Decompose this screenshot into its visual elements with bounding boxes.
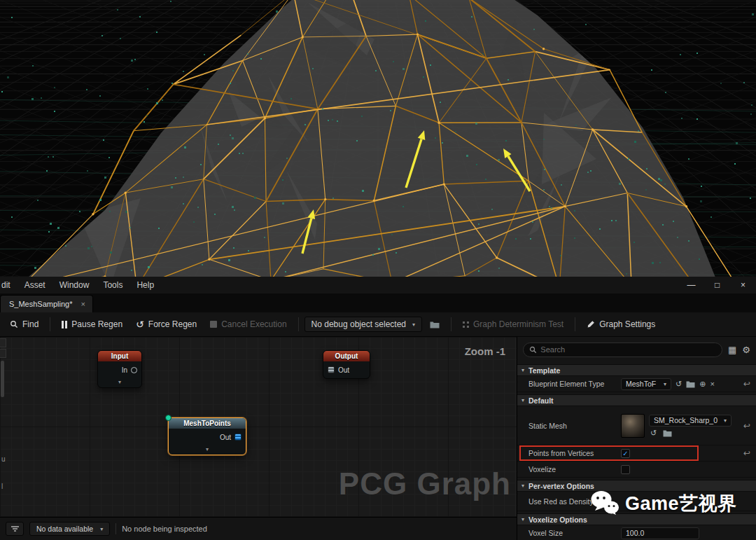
- filter-icon: [10, 525, 20, 532]
- section-per-vertex-label: Per-vertex Options: [528, 482, 594, 490]
- node-collapse-chevron-icon[interactable]: ▾: [169, 445, 246, 455]
- collapsed-panel-tab[interactable]: [0, 349, 6, 358]
- static-mesh-thumbnail[interactable]: [621, 414, 645, 438]
- menu-item-tools[interactable]: Tools: [96, 280, 130, 290]
- grid-view-icon[interactable]: ▦: [728, 345, 736, 355]
- pcg-graph-watermark: PCG Graph: [339, 466, 511, 501]
- search-box[interactable]: [523, 342, 722, 357]
- tab-close-icon[interactable]: ×: [81, 300, 85, 308]
- prop-blueprint-element-type: Blueprint Element Type MeshToF ▾ ↺ ⊕ × ↩: [517, 376, 756, 392]
- node-input-pin-label: In: [122, 366, 127, 374]
- browse-debug-object-button[interactable]: [424, 318, 445, 331]
- reset-to-default-icon[interactable]: ↩: [738, 421, 756, 431]
- minimize-button[interactable]: —: [678, 280, 704, 290]
- menu-item-window[interactable]: Window: [52, 280, 97, 290]
- voxel-size-value: 100.0: [626, 529, 644, 537]
- window-controls: — □ ×: [678, 280, 756, 290]
- collapsed-panel-tab[interactable]: [0, 338, 6, 347]
- section-default[interactable]: ▾ Default: [517, 394, 756, 406]
- blueprint-element-type-dropdown[interactable]: MeshToF ▾: [621, 378, 671, 390]
- stop-icon: [210, 321, 217, 328]
- cancel-execution-button[interactable]: Cancel Execution: [204, 317, 292, 332]
- menu-item-asset[interactable]: Asset: [18, 280, 52, 290]
- pause-regen-button[interactable]: Pause Regen: [56, 317, 128, 332]
- prop-voxelize: Voxelize: [517, 462, 756, 478]
- prop-label: Static Mesh: [528, 422, 621, 430]
- toolbar-separator: [298, 317, 299, 331]
- wechat-icon: [590, 490, 620, 516]
- section-arrow-icon: ▾: [522, 516, 524, 522]
- brand-watermark: Game艺视界: [590, 490, 737, 516]
- force-regen-button[interactable]: ↺ Force Regen: [130, 317, 202, 332]
- chevron-down-icon: ▾: [100, 526, 103, 532]
- details-search-row: ▦ ⚙: [517, 337, 756, 362]
- prop-label: Voxel Size: [528, 529, 621, 537]
- add-icon[interactable]: ⊕: [699, 380, 706, 388]
- clipped-panel-text: l: [1, 483, 3, 490]
- points-from-vertices-checkbox[interactable]: ✓: [621, 449, 630, 458]
- dropdown-value: MeshToF: [626, 380, 656, 388]
- output-pin-icon[interactable]: [234, 434, 241, 441]
- graph-canvas[interactable]: Zoom -1 PCG Graph u l Input In ▾ Output …: [0, 337, 517, 517]
- static-mesh-dropdown[interactable]: SM_Rock_Sharp_0 ▾: [649, 415, 732, 427]
- browse-icon[interactable]: [686, 380, 695, 388]
- node-mesh-to-points[interactable]: MeshToPoints Out ▾: [168, 417, 246, 455]
- voxel-size-input[interactable]: 100.0: [621, 527, 699, 539]
- inspect-dot-icon[interactable]: [165, 415, 172, 421]
- menu-item-help[interactable]: Help: [130, 280, 161, 290]
- voxelize-checkbox[interactable]: [621, 465, 630, 474]
- clear-icon[interactable]: ×: [710, 380, 714, 388]
- section-arrow-icon: ▾: [522, 367, 524, 373]
- zoom-level: Zoom -1: [465, 345, 505, 357]
- chevron-down-icon: ▾: [724, 417, 727, 424]
- menu-item-edit[interactable]: dit: [0, 280, 18, 290]
- separator: [115, 523, 116, 534]
- filter-button[interactable]: [6, 522, 24, 536]
- data-dropdown-label: No data available: [36, 525, 93, 533]
- clipped-panel-text: u: [1, 455, 6, 463]
- toolbar-separator: [575, 317, 575, 331]
- tab-pcg-meshsampling[interactable]: S_MeshSampling* ×: [0, 295, 93, 312]
- node-collapse-chevron-icon[interactable]: ▾: [98, 378, 141, 387]
- maximize-button[interactable]: □: [704, 280, 730, 290]
- pause-regen-label: Pause Regen: [71, 319, 122, 329]
- use-selected-icon[interactable]: ↺: [676, 380, 682, 388]
- graph-scrollbar[interactable]: [1, 361, 4, 397]
- section-template[interactable]: ▾ Template: [517, 364, 756, 376]
- menu-items: dit Asset Window Tools Help: [0, 280, 161, 290]
- prop-label: Points from Vertices: [528, 449, 621, 457]
- pencil-icon: [587, 320, 595, 328]
- use-selected-icon[interactable]: ↺: [650, 429, 657, 437]
- pause-icon: [62, 321, 67, 328]
- graph-settings-button[interactable]: Graph Settings: [581, 317, 661, 332]
- menu-bar: dit Asset Window Tools Help — □ ×: [0, 277, 756, 293]
- find-button[interactable]: Find: [4, 317, 44, 332]
- reset-to-default-icon[interactable]: ↩: [738, 379, 756, 389]
- output-pin-icon[interactable]: [131, 367, 137, 373]
- refresh-icon: ↺: [136, 320, 144, 328]
- gear-icon[interactable]: ⚙: [742, 345, 750, 355]
- section-arrow-icon: ▾: [522, 483, 524, 489]
- force-regen-label: Force Regen: [148, 319, 197, 329]
- attributes-bar: No data available ▾ No node being inspec…: [0, 517, 517, 540]
- input-pin-icon[interactable]: [328, 366, 335, 373]
- debug-object-dropdown[interactable]: No debug object selected ▾: [304, 317, 422, 332]
- graph-determinism-test-button[interactable]: Graph Determinism Test: [457, 317, 569, 332]
- inspection-status: No node being inspected: [122, 525, 207, 533]
- search-input[interactable]: [540, 345, 716, 354]
- prop-label: Voxelize: [528, 465, 621, 473]
- viewport-3d[interactable]: [0, 0, 756, 277]
- dropdown-value: SM_Rock_Sharp_0: [654, 416, 718, 424]
- node-output-title: Output: [323, 351, 370, 361]
- data-dropdown[interactable]: No data available ▾: [29, 522, 110, 536]
- browse-icon[interactable]: [663, 429, 672, 437]
- node-input[interactable]: Input In ▾: [97, 350, 142, 388]
- section-arrow-icon: ▾: [522, 397, 524, 403]
- tab-bar: S_MeshSampling* ×: [0, 293, 756, 312]
- node-output[interactable]: Output Out: [323, 350, 370, 379]
- tab-label: S_MeshSampling*: [9, 300, 73, 308]
- close-button[interactable]: ×: [730, 280, 756, 290]
- prop-label: Blueprint Element Type: [528, 380, 621, 388]
- section-voxelize-options-label: Voxelize Options: [528, 515, 587, 524]
- reset-to-default-icon[interactable]: ↩: [738, 448, 756, 458]
